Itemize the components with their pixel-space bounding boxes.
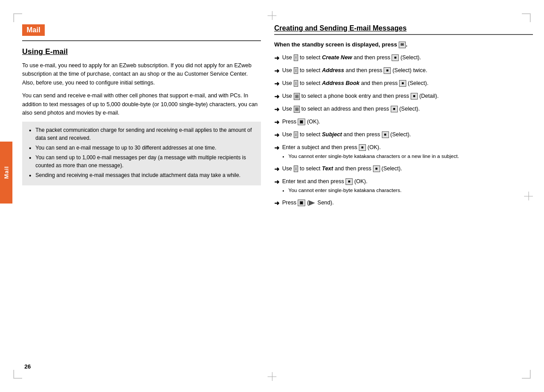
side-tab-label: Mail: [3, 166, 10, 179]
corner-tl: [13, 13, 22, 22]
step-5: ➜ Use ⊞ to select an address and then pr…: [274, 105, 533, 114]
mail-header: Mail: [22, 24, 45, 36]
note-item-1: The packet communication charge for send…: [35, 126, 255, 142]
ok-btn-6: ▣: [298, 119, 305, 125]
step-6: ➜ Press ▣ (OK).: [274, 118, 533, 127]
corner-tr: [522, 13, 531, 22]
standby-text: When the standby screen is displayed, pr…: [274, 41, 533, 48]
note-item-2: You can send an e-mail message to up to …: [35, 144, 255, 152]
send-btn: ▣: [298, 200, 305, 206]
select-btn-9: ■: [373, 165, 380, 172]
cross-mid-right: [524, 192, 533, 200]
ok-btn-8: ■: [359, 144, 366, 151]
note-box: The packet communication charge for send…: [22, 122, 261, 185]
step-11: ➜ Press ▣ ( Send).: [274, 199, 533, 208]
left-column: Mail Using E-mail To use e-mail, you nee…: [22, 24, 261, 368]
page-wrapper: Mail Mail Using E-mail To use e-mail, yo…: [0, 0, 544, 392]
note-list: The packet communication charge for send…: [28, 126, 255, 179]
corner-br: [522, 370, 531, 379]
step-3: ➜ Use ↕ to select Address Book and then …: [274, 79, 533, 88]
mail-header-text: Mail: [27, 26, 40, 34]
step-9: ➜ Use ↕ to select Text and then press ■ …: [274, 165, 533, 174]
step-4: ➜ Use ⊞ to select a phone book entry and…: [274, 92, 533, 101]
send-icon: [309, 200, 315, 206]
right-column: Creating and Sending E-mail Messages Whe…: [274, 24, 533, 368]
right-column-title: Creating and Sending E-mail Messages: [274, 24, 533, 35]
body-paragraph-2: You can send and receive e-mail with oth…: [22, 92, 261, 117]
step-2: ➜ Use ↕ to select Address and then press…: [274, 66, 533, 76]
nav-icon-3: ↕: [294, 80, 299, 87]
nav-icon-4: ⊞: [294, 93, 300, 100]
step-1: ➜ Use ↑ to select Create New and then pr…: [274, 54, 533, 63]
select-btn-2: ■: [384, 67, 391, 74]
content-area: Mail Using E-mail To use e-mail, you nee…: [0, 0, 544, 392]
side-tab: Mail: [0, 142, 12, 204]
nav-icon-9: ↕: [294, 165, 299, 172]
corner-bl: [13, 370, 22, 379]
using-email-heading: Using E-mail: [22, 47, 261, 56]
step-8: ➜ Enter a subject and then press ■ (OK).…: [274, 143, 533, 161]
nav-icon-5: ⊞: [294, 106, 300, 113]
nav-icon-7: ↕: [294, 131, 299, 138]
cross-bottom: [268, 372, 276, 381]
note-item-3: You can send up to 1,000 e-mail messages…: [35, 154, 255, 169]
mail-divider: [22, 40, 261, 41]
mail-icon-standby: ✉: [399, 42, 406, 48]
select-btn-1: ■: [392, 54, 399, 61]
body-paragraph-1: To use e-mail, you need to apply for an …: [22, 61, 261, 87]
step-8-subnote: You cannot enter single-byte katakana ch…: [288, 153, 533, 160]
ok-btn-10: ■: [346, 178, 353, 185]
select-btn-3: ■: [399, 80, 406, 87]
step-10-subnote: You cannot enter single-byte katakana ch…: [288, 187, 533, 194]
select-btn-5: ■: [391, 106, 398, 112]
note-item-4: Sending and receiving e-mail messages th…: [35, 171, 255, 179]
nav-icon-2: ↕: [294, 67, 299, 74]
press-label: Press: [282, 200, 296, 206]
select-btn-4: ■: [411, 93, 418, 100]
step-10: ➜ Enter text and then press ■ (OK). You …: [274, 177, 533, 195]
page-number: 26: [24, 363, 31, 370]
select-btn-7: ■: [382, 131, 389, 138]
nav-icon-1: ↑: [294, 54, 299, 61]
cross-top: [268, 11, 276, 20]
step-7: ➜ Use ↕ to select Subject and then press…: [274, 131, 533, 140]
